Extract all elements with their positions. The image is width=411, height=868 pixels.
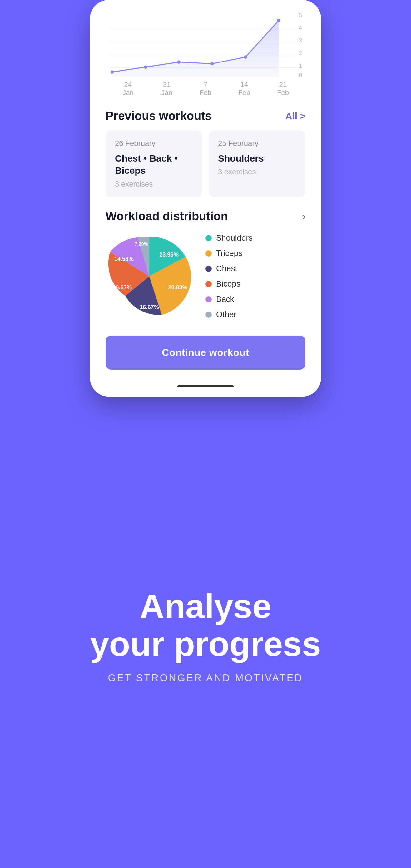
svg-point-13 [144, 65, 148, 69]
svg-point-12 [110, 70, 114, 74]
all-workouts-link[interactable]: All > [285, 111, 306, 122]
legend-label-biceps: Biceps [216, 279, 241, 289]
chart-container: 5 4 3 2 1 0 [105, 9, 306, 78]
workout-cards: 26 February Chest • Back • Biceps 3 exer… [105, 130, 306, 197]
pie-chart-svg: 23.96% 20.83% 16.67% 16.67% 14.58% 7.29% [105, 232, 193, 320]
line-chart-svg: 5 4 3 2 1 0 [105, 9, 306, 78]
chart-x-label-top: 21 [279, 81, 287, 89]
svg-text:2: 2 [299, 50, 302, 56]
chart-x-label-top: 31 [163, 81, 170, 89]
workout-card-2-title: Shoulders [218, 152, 296, 164]
phone-shell: 5 4 3 2 1 0 [90, 0, 321, 397]
workload-title: Workload distribution [105, 210, 228, 223]
workload-chevron-icon[interactable]: › [303, 212, 306, 221]
legend-dot-back [205, 296, 212, 303]
legend-item-back: Back [205, 294, 253, 304]
home-bar [178, 385, 233, 387]
svg-text:3: 3 [299, 37, 302, 44]
legend-dot-biceps [205, 281, 212, 287]
bottom-section: Analyse your progress GET STRONGER AND M… [0, 397, 411, 868]
workout-card-1[interactable]: 26 February Chest • Back • Biceps 3 exer… [105, 130, 202, 197]
subtitle: GET STRONGER AND MOTIVATED [108, 672, 303, 684]
svg-text:14.58%: 14.58% [114, 256, 134, 262]
svg-text:16.67%: 16.67% [113, 284, 132, 290]
workload-legend: Shoulders Triceps Chest Biceps [205, 233, 253, 319]
workload-header: Workload distribution › [105, 210, 306, 223]
workout-card-1-title: Chest • Back • Biceps [115, 152, 193, 177]
chart-x-label-bot: Jan [161, 89, 172, 97]
progress-title: your progress [90, 625, 321, 663]
chart-x-label-bot: Feb [238, 89, 250, 97]
phone-content: 5 4 3 2 1 0 [90, 0, 321, 397]
home-indicator [90, 379, 321, 397]
legend-item-chest: Chest [205, 264, 253, 273]
workout-card-1-date: 26 February [115, 139, 193, 148]
analyse-title: Analyse [139, 587, 272, 625]
svg-text:23.96%: 23.96% [159, 251, 179, 258]
legend-label-back: Back [216, 294, 234, 304]
legend-label-other: Other [216, 310, 236, 319]
svg-point-15 [211, 62, 214, 66]
svg-text:5: 5 [299, 12, 302, 19]
pie-chart: 23.96% 20.83% 16.67% 16.67% 14.58% 7.29% [105, 232, 193, 320]
legend-dot-triceps [205, 250, 212, 256]
chart-x-label-1: 24 Jan [109, 81, 148, 97]
legend-label-triceps: Triceps [216, 248, 242, 258]
previous-workouts-section: Previous workouts All > 26 February Ches… [90, 103, 321, 204]
workout-card-2[interactable]: 25 February Shoulders 3 exercises [209, 130, 306, 197]
continue-section: Continue workout [90, 329, 321, 379]
chart-x-label-top: 7 [203, 81, 208, 89]
svg-text:4: 4 [299, 24, 302, 31]
svg-text:0: 0 [299, 72, 302, 78]
svg-text:1: 1 [299, 62, 302, 69]
svg-text:20.83%: 20.83% [168, 284, 187, 290]
chart-x-label-3: 7 Feb [186, 81, 225, 97]
svg-text:16.67%: 16.67% [139, 304, 159, 310]
previous-workouts-title: Previous workouts [105, 110, 212, 123]
workload-section: Workload distribution › [90, 204, 321, 329]
svg-point-17 [277, 19, 280, 22]
svg-point-14 [177, 60, 181, 64]
workout-card-2-date: 25 February [218, 139, 296, 148]
legend-item-biceps: Biceps [205, 279, 253, 289]
chart-x-label-top: 24 [124, 81, 132, 89]
chart-x-label-bot: Jan [122, 89, 133, 97]
chart-x-label-2: 31 Jan [148, 81, 186, 97]
legend-label-shoulders: Shoulders [216, 233, 253, 243]
workload-content: 23.96% 20.83% 16.67% 16.67% 14.58% 7.29%… [105, 232, 306, 320]
chart-section: 5 4 3 2 1 0 [90, 0, 321, 103]
chart-x-labels: 24 Jan 31 Jan 7 Feb 14 Feb 21 Feb [105, 78, 306, 97]
chart-x-label-top: 14 [241, 81, 248, 89]
legend-dot-other [205, 312, 212, 318]
svg-text:7.29%: 7.29% [135, 241, 148, 247]
continue-workout-button[interactable]: Continue workout [105, 336, 306, 370]
legend-dot-chest [205, 266, 212, 272]
previous-workouts-header: Previous workouts All > [105, 110, 306, 123]
legend-item-triceps: Triceps [205, 248, 253, 258]
legend-item-shoulders: Shoulders [205, 233, 253, 243]
chart-x-label-bot: Feb [277, 89, 289, 97]
legend-label-chest: Chest [216, 264, 238, 273]
svg-point-16 [244, 55, 247, 59]
chart-x-label-5: 21 Feb [263, 81, 302, 97]
chart-x-label-bot: Feb [199, 89, 212, 97]
workout-card-1-exercises: 3 exercises [115, 180, 193, 188]
workout-card-2-exercises: 3 exercises [218, 167, 296, 176]
legend-item-other: Other [205, 310, 253, 319]
chart-x-label-4: 14 Feb [225, 81, 263, 97]
legend-dot-shoulders [205, 235, 212, 241]
